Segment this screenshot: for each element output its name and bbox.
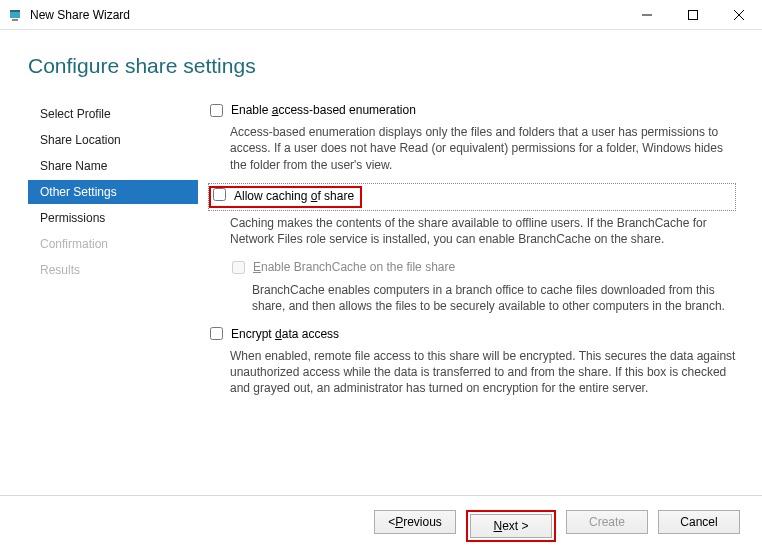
option-encrypt: Encrypt data access When enabled, remote… xyxy=(208,324,736,397)
svg-rect-4 xyxy=(689,10,698,19)
nav-permissions[interactable]: Permissions xyxy=(28,206,198,230)
nav-other-settings[interactable]: Other Settings xyxy=(28,180,198,204)
encrypt-label: Encrypt data access xyxy=(231,326,339,342)
minimize-button[interactable] xyxy=(624,0,670,30)
window-title: New Share Wizard xyxy=(30,8,130,22)
title-bar: New Share Wizard xyxy=(0,0,762,30)
abe-checkbox[interactable] xyxy=(210,104,223,117)
svg-rect-1 xyxy=(10,10,20,12)
previous-button[interactable]: < Previous xyxy=(374,510,456,534)
option-caching: Allow caching of share Caching makes the… xyxy=(208,183,736,314)
svg-rect-2 xyxy=(12,19,18,21)
abe-description: Access-based enumeration displays only t… xyxy=(230,124,736,173)
settings-panel: Enable access-based enumeration Access-b… xyxy=(198,96,762,495)
page-heading: Configure share settings xyxy=(0,30,762,96)
wizard-footer: < Previous Next > Create Cancel xyxy=(0,495,762,558)
option-abe: Enable access-based enumeration Access-b… xyxy=(208,100,736,173)
maximize-button[interactable] xyxy=(670,0,716,30)
encrypt-checkbox[interactable] xyxy=(210,327,223,340)
next-button[interactable]: Next > xyxy=(470,514,552,538)
caching-description: Caching makes the contents of the share … xyxy=(230,215,736,247)
create-button: Create xyxy=(566,510,648,534)
nav-share-location[interactable]: Share Location xyxy=(28,128,198,152)
cancel-button[interactable]: Cancel xyxy=(658,510,740,534)
nav-confirmation: Confirmation xyxy=(28,232,198,256)
nav-select-profile[interactable]: Select Profile xyxy=(28,102,198,126)
branchcache-checkbox xyxy=(232,261,245,274)
abe-label: Enable access-based enumeration xyxy=(231,102,416,118)
caching-highlight: Allow caching of share xyxy=(209,186,362,208)
wizard-nav: Select Profile Share Location Share Name… xyxy=(28,96,198,495)
caching-label: Allow caching of share xyxy=(234,188,354,204)
branchcache-label: Enable BranchCache on the file share xyxy=(253,259,455,275)
close-button[interactable] xyxy=(716,0,762,30)
nav-results: Results xyxy=(28,258,198,282)
branchcache-description: BranchCache enables computers in a branc… xyxy=(252,282,736,314)
caching-checkbox[interactable] xyxy=(213,188,226,201)
nav-share-name[interactable]: Share Name xyxy=(28,154,198,178)
next-highlight: Next > xyxy=(466,510,556,542)
app-icon xyxy=(8,7,24,23)
option-branchcache: Enable BranchCache on the file share Bra… xyxy=(230,257,736,314)
encrypt-description: When enabled, remote file access to this… xyxy=(230,348,736,397)
